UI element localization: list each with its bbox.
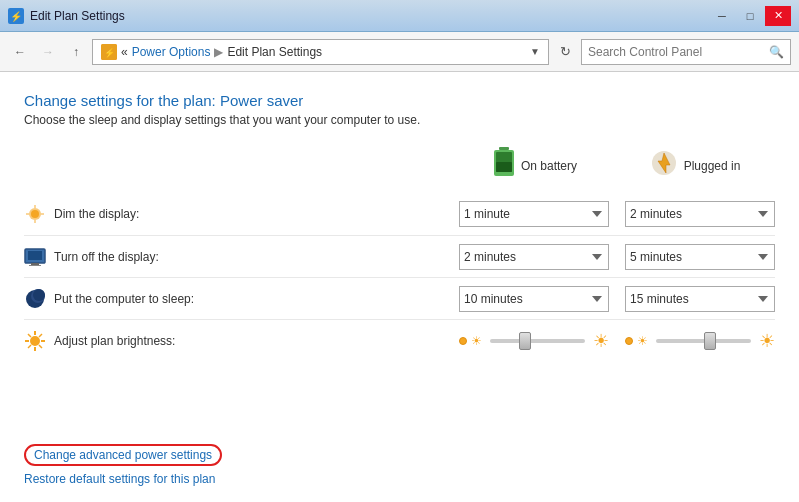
battery-brightness-sun-lg: ☀ xyxy=(593,330,609,352)
battery-brightness-dot xyxy=(459,337,467,345)
plugged-brightness-dot xyxy=(625,337,633,345)
svg-rect-17 xyxy=(28,251,42,260)
search-box: 🔍 xyxy=(581,39,791,65)
address-path: ⚡ « Power Options ▶ Edit Plan Settings ▼ xyxy=(92,39,549,65)
sleep-label-area: Put the computer to sleep: xyxy=(24,288,244,310)
dim-display-label: Dim the display: xyxy=(54,207,139,221)
turn-off-display-row: Turn off the display: 1 minute 2 minutes… xyxy=(24,235,775,277)
battery-column-label: On battery xyxy=(521,159,577,173)
close-button[interactable]: ✕ xyxy=(765,6,791,26)
turn-off-display-icon xyxy=(24,246,46,268)
plugged-brightness-slider-area: ☀ ☀ xyxy=(625,330,775,352)
page-subtitle: Choose the sleep and display settings th… xyxy=(24,113,775,127)
battery-icon xyxy=(493,147,515,185)
path-current: Edit Plan Settings xyxy=(227,45,322,59)
title-bar: ⚡ Edit Plan Settings ─ □ ✕ xyxy=(0,0,799,32)
path-dropdown-arrow[interactable]: ▼ xyxy=(530,46,540,57)
dim-display-row: Dim the display: 1 minute 2 minutes 3 mi… xyxy=(24,193,775,235)
turn-off-display-plugged-select[interactable]: 1 minute 2 minutes 3 minutes 5 minutes N… xyxy=(625,244,775,270)
dim-display-icon xyxy=(24,203,46,225)
plugged-brightness-thumb[interactable] xyxy=(704,332,716,350)
sleep-row: Put the computer to sleep: 5 minutes 10 … xyxy=(24,277,775,319)
turn-off-display-label: Turn off the display: xyxy=(54,250,159,264)
svg-point-23 xyxy=(30,336,40,346)
sleep-icon xyxy=(24,288,46,310)
plugged-brightness-sun-lg: ☀ xyxy=(759,330,775,352)
app-icon: ⚡ xyxy=(8,8,24,24)
battery-brightness-sun-sm: ☀ xyxy=(471,334,482,348)
svg-text:⚡: ⚡ xyxy=(10,10,23,23)
dim-display-plugged-select[interactable]: 1 minute 2 minutes 3 minutes 5 minutes N… xyxy=(625,201,775,227)
title-text: Edit Plan Settings xyxy=(30,9,125,23)
sleep-battery-select[interactable]: 5 minutes 10 minutes 15 minutes 20 minut… xyxy=(459,286,609,312)
dim-display-label-area: Dim the display: xyxy=(24,203,244,225)
path-icon: ⚡ xyxy=(101,44,117,60)
refresh-button[interactable]: ↻ xyxy=(553,40,577,64)
advanced-settings-link[interactable]: Change advanced power settings xyxy=(24,444,222,466)
turn-off-display-battery-select[interactable]: 1 minute 2 minutes 3 minutes 5 minutes N… xyxy=(459,244,609,270)
battery-brightness-thumb[interactable] xyxy=(519,332,531,350)
pluggedin-column-header: Plugged in xyxy=(615,147,775,185)
path-prefix: « xyxy=(121,45,128,59)
address-bar: ← → ↑ ⚡ « Power Options ▶ Edit Plan Sett… xyxy=(0,32,799,72)
svg-rect-7 xyxy=(496,162,512,172)
svg-line-29 xyxy=(39,345,42,348)
pluggedin-icon xyxy=(650,149,678,183)
svg-point-22 xyxy=(33,289,45,301)
svg-text:⚡: ⚡ xyxy=(104,47,116,59)
sleep-label: Put the computer to sleep: xyxy=(54,292,194,306)
svg-rect-4 xyxy=(499,147,509,150)
search-input[interactable] xyxy=(588,45,765,59)
path-power-options: Power Options xyxy=(132,45,211,59)
column-headers: On battery Plugged in xyxy=(24,147,775,185)
svg-point-11 xyxy=(31,210,39,218)
brightness-label-area: Adjust plan brightness: xyxy=(24,330,244,352)
settings-table: Dim the display: 1 minute 2 minutes 3 mi… xyxy=(24,193,775,424)
battery-brightness-track[interactable] xyxy=(490,339,585,343)
brightness-label: Adjust plan brightness: xyxy=(54,334,175,348)
page-title: Change settings for the plan: Power save… xyxy=(24,92,775,109)
turn-off-display-label-area: Turn off the display: xyxy=(24,246,244,268)
svg-line-30 xyxy=(39,334,42,337)
path-separator-1: ▶ xyxy=(214,45,223,59)
minimize-button[interactable]: ─ xyxy=(709,6,735,26)
restore-defaults-link[interactable]: Restore default settings for this plan xyxy=(24,472,775,486)
battery-column-header: On battery xyxy=(455,147,615,185)
title-bar-left: ⚡ Edit Plan Settings xyxy=(8,8,125,24)
maximize-button[interactable]: □ xyxy=(737,6,763,26)
brightness-row: Adjust plan brightness: ☀ ☀ ☀ xyxy=(24,319,775,361)
sleep-controls: 5 minutes 10 minutes 15 minutes 20 minut… xyxy=(459,286,775,312)
pluggedin-column-label: Plugged in xyxy=(684,159,741,173)
dim-display-battery-select[interactable]: 1 minute 2 minutes 3 minutes 5 minutes N… xyxy=(459,201,609,227)
forward-button[interactable]: → xyxy=(36,40,60,64)
dim-display-controls: 1 minute 2 minutes 3 minutes 5 minutes N… xyxy=(459,201,775,227)
svg-line-31 xyxy=(28,345,31,348)
svg-line-28 xyxy=(28,334,31,337)
back-button[interactable]: ← xyxy=(8,40,32,64)
brightness-icon xyxy=(24,330,46,352)
brightness-controls: ☀ ☀ ☀ ☀ xyxy=(459,330,775,352)
svg-rect-19 xyxy=(29,265,41,266)
battery-brightness-slider-area: ☀ ☀ xyxy=(459,330,609,352)
plugged-brightness-track[interactable] xyxy=(656,339,751,343)
up-button[interactable]: ↑ xyxy=(64,40,88,64)
links-area: Change advanced power settings Restore d… xyxy=(24,436,775,486)
title-controls: ─ □ ✕ xyxy=(709,6,791,26)
main-content: Change settings for the plan: Power save… xyxy=(0,72,799,502)
sleep-plugged-select[interactable]: 10 minutes 15 minutes 20 minutes 30 minu… xyxy=(625,286,775,312)
plugged-brightness-sun-sm: ☀ xyxy=(637,334,648,348)
search-icon[interactable]: 🔍 xyxy=(769,45,784,59)
turn-off-display-controls: 1 minute 2 minutes 3 minutes 5 minutes N… xyxy=(459,244,775,270)
svg-rect-18 xyxy=(31,263,39,265)
